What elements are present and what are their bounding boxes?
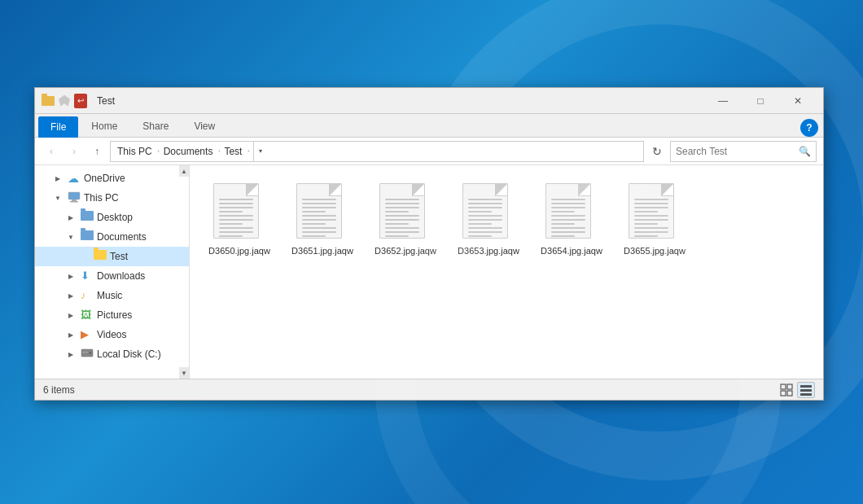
sidebar-item-test[interactable]: ▶ Test [35, 247, 189, 266]
expander-pictures-icon[interactable]: ▶ [64, 309, 77, 322]
file-icon [462, 183, 515, 242]
sidebar-item-test-label: Test [110, 251, 128, 262]
expander-downloads-icon[interactable]: ▶ [64, 270, 77, 283]
sidebar-item-documents[interactable]: ▼ Documents [35, 227, 189, 247]
document-page [629, 183, 674, 239]
file-explorer-window: ↩ Test — □ ✕ File Home Share View ? ‹ › … [34, 87, 824, 401]
file-item[interactable]: D3655.jpg.jaqw [618, 178, 691, 261]
doc-line [634, 199, 668, 200]
doc-line [219, 223, 243, 225]
doc-line [468, 223, 492, 225]
back-button[interactable]: ‹ [42, 142, 61, 161]
svg-rect-5 [82, 352, 88, 353]
svg-rect-8 [781, 391, 786, 396]
folder-icon-titlebar [42, 94, 55, 107]
title-bar: ↩ Test — □ ✕ [35, 88, 823, 114]
file-item[interactable]: D3653.jpg.jaqw [452, 178, 525, 261]
doc-line [634, 211, 658, 213]
sidebar-item-pictures[interactable]: ▶ 🖼 Pictures [35, 305, 189, 325]
window-controls: — □ ✕ [704, 88, 817, 114]
file-name: D3651.jpg.jaqw [291, 245, 353, 256]
search-icon[interactable]: 🔍 [799, 146, 811, 157]
file-name: D3652.jpg.jaqw [375, 245, 436, 256]
address-dropdown-button[interactable]: ▾ [253, 141, 266, 162]
doc-line [634, 215, 668, 217]
file-icon [379, 183, 432, 242]
doc-line [302, 219, 336, 221]
file-item[interactable]: D3652.jpg.jaqw [369, 178, 442, 261]
file-icon [296, 183, 348, 242]
sidebar-item-videos[interactable]: ▶ ▶ Videos [35, 325, 189, 344]
file-icon [213, 183, 265, 242]
expander-music-icon[interactable]: ▶ [64, 289, 77, 302]
doc-line [385, 219, 419, 221]
sidebar-item-downloads-label: Downloads [97, 270, 145, 282]
expander-desktop-icon[interactable]: ▶ [64, 211, 77, 224]
file-name: D3653.jpg.jaqw [458, 245, 519, 256]
sidebar-item-thispc[interactable]: ▼ This PC [35, 188, 189, 208]
maximize-button[interactable]: □ [742, 88, 779, 114]
document-lines [634, 199, 668, 237]
file-item[interactable]: D3654.jpg.jaqw [535, 178, 608, 261]
doc-line [468, 219, 502, 221]
minimize-button[interactable]: — [704, 88, 742, 114]
svg-rect-0 [68, 192, 80, 199]
doc-line [219, 211, 243, 213]
title-bar-icons: ↩ [42, 94, 87, 107]
sidebar-item-desktop[interactable]: ▶ Desktop [35, 208, 189, 227]
doc-line [219, 215, 253, 217]
doc-line [302, 231, 336, 233]
sidebar-scroll-up[interactable]: ▲ [179, 165, 189, 177]
address-path[interactable]: This PC › Documents › Test › ▾ [110, 141, 644, 162]
expander-videos-icon[interactable]: ▶ [64, 328, 77, 341]
content-area: ▲ ▶ ☁ OneDrive ▼ This PC [35, 165, 823, 379]
ribbon: File Home Share View ? [35, 114, 823, 138]
help-button[interactable]: ? [800, 119, 818, 137]
doc-line [219, 199, 253, 200]
doc-line [385, 215, 419, 217]
forward-button[interactable]: › [64, 142, 84, 161]
doc-line [385, 227, 419, 229]
tab-file[interactable]: File [38, 116, 78, 138]
search-input[interactable] [676, 146, 799, 157]
chevron-test-icon[interactable]: › [243, 142, 253, 160]
sidebar-scroll-down[interactable]: ▼ [179, 367, 189, 379]
document-lines [468, 199, 502, 237]
search-box[interactable]: 🔍 [670, 141, 817, 162]
close-button[interactable]: ✕ [779, 88, 817, 114]
refresh-button[interactable]: ↻ [647, 142, 667, 161]
document-page [545, 183, 591, 239]
expander-thispc-icon[interactable]: ▼ [51, 191, 64, 204]
sidebar-item-localdisk[interactable]: ▶ Local Disk (C:) [35, 344, 189, 364]
doc-line [302, 235, 326, 237]
chevron-thispc-icon[interactable]: › [154, 142, 164, 160]
document-lines [551, 199, 585, 237]
music-icon: ♪ [81, 289, 94, 302]
sidebar-item-music[interactable]: ▶ ♪ Music [35, 286, 189, 305]
expander-localdisk-icon[interactable]: ▶ [64, 348, 77, 361]
onedrive-icon: ☁ [68, 172, 81, 185]
doc-line [551, 235, 575, 237]
expander-documents-icon[interactable]: ▼ [64, 230, 77, 243]
expander-onedrive-icon[interactable]: ▶ [51, 172, 64, 185]
file-item[interactable]: D3651.jpg.jaqw [286, 178, 359, 261]
chevron-documents-icon[interactable]: › [214, 142, 224, 160]
documents-folder-icon [81, 230, 94, 243]
address-bar: ‹ › ↑ This PC › Documents › Test › ▾ ↻ 🔍 [35, 138, 823, 165]
view-tiles-button[interactable] [778, 382, 795, 398]
sidebar-item-onedrive[interactable]: ▶ ☁ OneDrive [35, 169, 189, 188]
doc-line [551, 207, 585, 208]
svg-rect-2 [70, 201, 78, 203]
status-bar: 6 items [35, 379, 823, 400]
file-item[interactable]: D3650.jpg.jaqw [203, 178, 276, 261]
svg-rect-12 [800, 393, 812, 396]
tab-home[interactable]: Home [79, 116, 129, 137]
svg-rect-9 [787, 391, 792, 396]
doc-line [219, 235, 243, 237]
up-button[interactable]: ↑ [87, 142, 107, 161]
sidebar-item-downloads[interactable]: ▶ ⬇ Downloads [35, 266, 189, 286]
tab-share[interactable]: Share [130, 116, 181, 137]
view-list-button[interactable] [797, 382, 815, 398]
document-page [296, 183, 342, 239]
tab-view[interactable]: View [182, 116, 227, 137]
